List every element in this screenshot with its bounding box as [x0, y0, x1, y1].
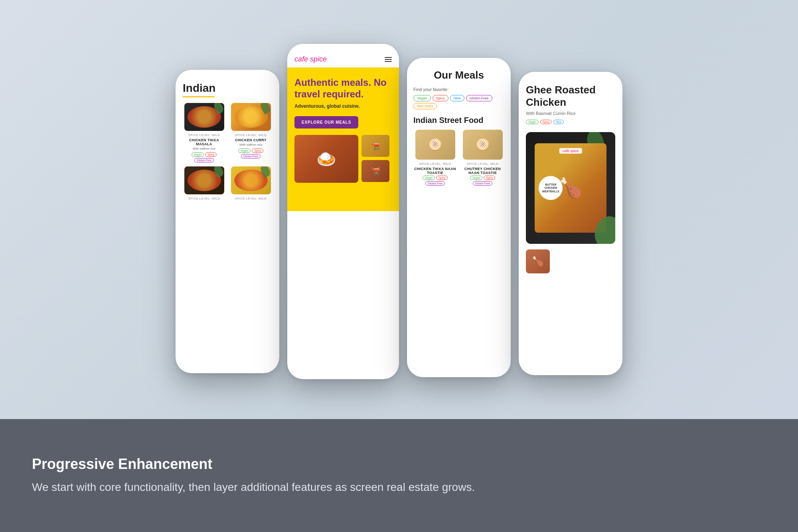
p3-tag-vegan-2: Vegan: [470, 176, 483, 180]
p3-tag-spicy-2: Spicy: [484, 176, 495, 180]
spice-level-4: Spice level: Mild: [235, 197, 267, 200]
leaf-decoration-3: [212, 166, 224, 178]
meal-card-3: Spice level: Mild: [183, 166, 225, 202]
filter-gluten[interactable]: Gluten-Free: [466, 95, 492, 101]
explore-button[interactable]: EXPLORE OUR MEALS: [294, 116, 358, 129]
tag-vegan: Vegan: [192, 152, 204, 157]
phone-mockup-4: Ghee Roasted Chicken With Basmati Cumin …: [519, 72, 622, 375]
section-title: Indian Street Food: [413, 116, 504, 125]
meal-card-1: Spice level: Mild CHICKEN TIKKA MASALA W…: [183, 103, 225, 162]
p3-name-1: CHICKEN TIKKA NAAN TOASTIE: [413, 167, 457, 175]
meal-image-2: [231, 103, 271, 131]
phone-notch: [323, 44, 363, 53]
filter-spicy[interactable]: Spicy: [433, 95, 448, 101]
progressive-enhancement-title: Progressive Enhancement: [32, 456, 766, 473]
product-label-circle: BUTTER CHICKEN MEATBALLS: [539, 176, 563, 200]
tag-gluten: Gluten-Free: [194, 158, 214, 162]
tag-spicy-2: Spicy: [252, 148, 263, 153]
phone2-hero: Authentic meals. No travel required. Adv…: [287, 67, 399, 211]
filter-new[interactable]: New: [450, 95, 464, 101]
spice-level-1: Spice level: Mild: [188, 133, 220, 137]
meal-image-3: [184, 166, 224, 194]
p3-spice-2: Spice level: Mild: [467, 162, 499, 166]
phone1-content: Indian Spice level: Mild CHICKEN TIKKA M…: [176, 70, 279, 373]
filter-nongmo[interactable]: Non GMO: [413, 103, 437, 109]
p3-tag-spicy: Spicy: [436, 176, 448, 180]
tag-spicy: Spicy: [205, 152, 217, 157]
progressive-enhancement-text: We start with core functionality, then l…: [32, 479, 766, 496]
phone-mockup-3: Our Meals Find your favorite: Vegan Spic…: [407, 58, 511, 377]
leaf-decoration-2: [259, 103, 271, 115]
spice-level-2: Spice level: Mild: [235, 133, 267, 137]
thumb-row: 🍗: [526, 249, 615, 273]
tag-row-2: Vegan Spicy Gluten-Free: [229, 148, 272, 158]
meal-name-1: CHICKEN TIKKA MASALA: [183, 138, 225, 146]
product-label-text: BUTTER CHICKEN MEATBALLS: [540, 183, 561, 193]
meal-item-2: 🫓 Spice level: Mild CHUTNEY CHICKEN NAAN…: [461, 130, 504, 186]
meal-card-4: Spice level: Mild: [229, 166, 272, 202]
phone1-title: Indian: [183, 82, 272, 95]
meal-img-naan-1: 🫓: [415, 130, 455, 160]
meal-image-1: [184, 103, 224, 131]
p3-tag-vegan: Vegan: [423, 176, 435, 180]
p3-tags-2: Vegan Spicy Gluten-Free: [461, 176, 504, 186]
food-photo-side-1: [361, 135, 389, 157]
ghee-tag-vegan: Vegan: [526, 120, 539, 124]
cafe-spice-logo: cafe spice: [294, 55, 327, 63]
meal-desc-2: With saffron rice: [239, 143, 263, 146]
tag-row-1: Vegan Spicy Gluten-Free: [183, 152, 225, 162]
food-photo-side-2: [361, 160, 389, 182]
food-photo-main: [294, 135, 358, 183]
leaf-decoration: [212, 103, 224, 115]
hero-subtitle: Adventurous, global cuisine.: [294, 103, 392, 109]
hamburger-icon[interactable]: [385, 57, 392, 62]
ghee-desc: With Basmati Cumin Rice: [526, 111, 615, 116]
p3-spice-1: Spice level: Mild: [419, 162, 451, 166]
cafe-spice-product-label: cafe spice: [559, 148, 582, 154]
ghee-title: Ghee Roasted Chicken: [526, 84, 615, 109]
main-area: Indian Spice level: Mild CHICKEN TIKKA M…: [0, 0, 798, 419]
leaf-decoration-4: [259, 166, 271, 178]
spice-level-3: Spice level: Mild: [188, 197, 220, 200]
hero-tagline: Authentic meals. No travel required.: [294, 77, 392, 100]
meal-name-2: CHICKEN CURRY: [235, 138, 267, 142]
hamburger-line-3: [385, 61, 392, 62]
meal-grid: Spice level: Mild CHICKEN TIKKA MASALA W…: [183, 103, 272, 202]
hamburger-line-2: [385, 59, 392, 60]
meal-card-2: Spice level: Mild CHICKEN CURRY With saf…: [229, 103, 272, 162]
bottom-bar: Progressive Enhancement We start with co…: [0, 419, 798, 532]
meal-item-1: 🫓 Spice level: Mild CHICKEN TIKKA NAAN T…: [413, 130, 457, 186]
phone3-content: Our Meals Find your favorite: Vegan Spic…: [407, 58, 511, 377]
meal-desc-1: With saffron rice: [193, 147, 216, 150]
meal-img-naan-2: 🫓: [463, 130, 503, 160]
phone-mockup-1: Indian Spice level: Mild CHICKEN TIKKA M…: [176, 70, 279, 373]
phone4-content: Ghee Roasted Chicken With Basmati Cumin …: [519, 72, 622, 375]
p3-tag-gluten: Gluten-Free: [425, 181, 445, 186]
phone-mockup-2: cafe spice Authentic meals. No travel re…: [287, 44, 399, 379]
filter-vegan[interactable]: Vegan: [413, 95, 431, 101]
filter-tags: Vegan Spicy New Gluten-Free Non GMO: [413, 95, 504, 109]
our-meals-title: Our Meals: [413, 69, 504, 81]
ghee-tags: Vegan Spicy New: [526, 120, 615, 124]
phone1-underline: [183, 96, 215, 97]
p3-tags-1: Vegan Spicy Gluten-Free: [413, 176, 457, 186]
meal-pair: 🫓 Spice level: Mild CHICKEN TIKKA NAAN T…: [413, 130, 504, 186]
p3-tag-gluten-2: Gluten-Free: [473, 181, 492, 186]
find-favorite-label: Find your favorite:: [413, 87, 504, 92]
p3-name-2: CHUTNEY CHICKEN NAAN TOASTIE: [461, 167, 504, 175]
meal-image-4: [231, 166, 271, 194]
ghee-tag-new: New: [553, 120, 564, 124]
thumb-img-1: 🍗: [526, 249, 550, 273]
tag-vegan-2: Vegan: [238, 148, 251, 153]
hero-food-photos: [294, 135, 392, 183]
ghee-tag-spicy: Spicy: [540, 120, 552, 124]
hamburger-line-1: [385, 57, 392, 58]
product-tray-food: cafe spice BUTTER CHICKEN MEATBALLS: [535, 143, 606, 233]
tag-gluten-2: Gluten-Free: [241, 154, 261, 158]
product-tray: cafe spice BUTTER CHICKEN MEATBALLS: [526, 132, 615, 244]
